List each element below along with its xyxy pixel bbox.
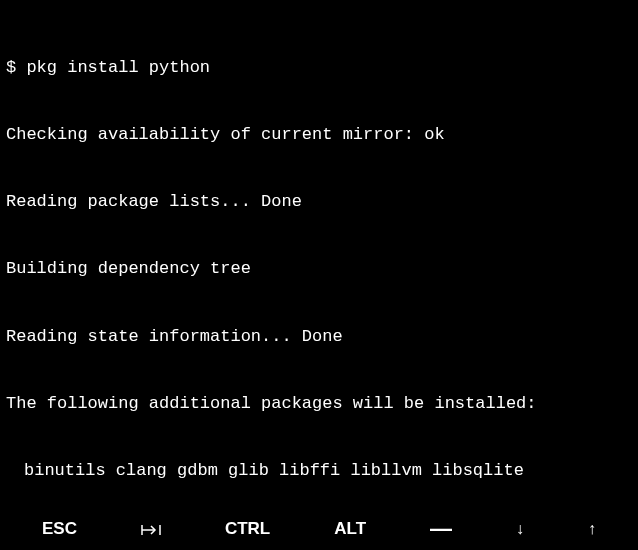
down-arrow-key[interactable]: ↓: [508, 514, 532, 544]
extra-keys-bar: ESC CTRL ALT — ↓ ↑: [0, 508, 638, 550]
output-line: The following additional packages will b…: [6, 393, 632, 415]
tab-icon: [141, 523, 161, 537]
up-arrow-key[interactable]: ↑: [580, 514, 604, 544]
output-line: Checking availability of current mirror:…: [6, 124, 632, 146]
output-line: Reading package lists... Done: [6, 191, 632, 213]
output-line: Reading state information... Done: [6, 326, 632, 348]
tab-key[interactable]: [133, 519, 169, 541]
esc-key[interactable]: ESC: [34, 514, 85, 544]
command-prompt: $ pkg install python: [6, 57, 632, 79]
package-list: binutils clang gdbm glib libffi libllvm …: [6, 460, 632, 482]
terminal-output[interactable]: $ pkg install python Checking availabili…: [0, 0, 638, 550]
output-line: Building dependency tree: [6, 258, 632, 280]
alt-key[interactable]: ALT: [326, 514, 374, 544]
ctrl-key[interactable]: CTRL: [217, 514, 278, 544]
dash-key[interactable]: —: [422, 514, 460, 544]
